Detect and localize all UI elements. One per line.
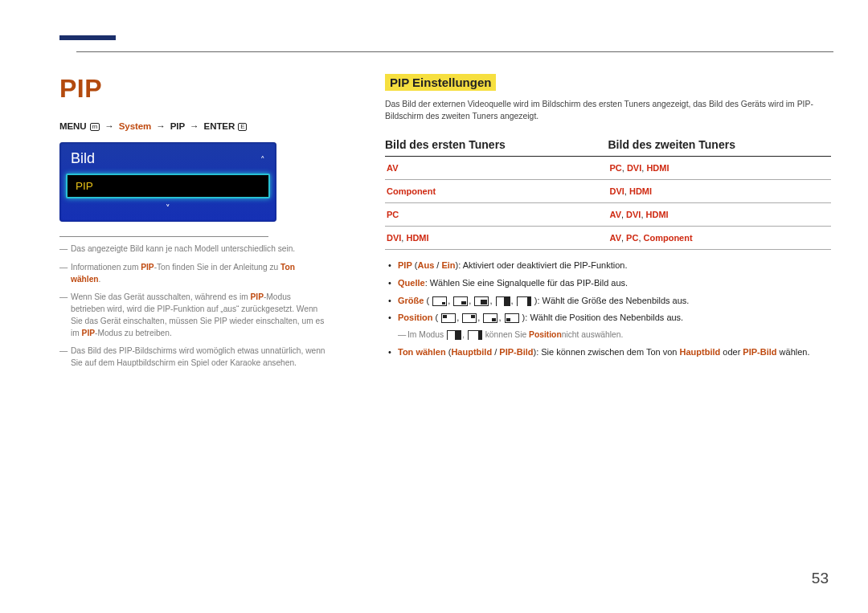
- bullet-ton: Ton wählen (Hauptbild / PIP-Bild): Sie k…: [385, 345, 831, 360]
- arrow-icon: →: [190, 121, 199, 131]
- pos-icon-br: [483, 313, 497, 323]
- table-row: PCAV, DVI, HDMI: [385, 203, 831, 227]
- menu-breadcrumb: MENU m → System → PIP → ENTER E: [59, 121, 327, 131]
- size-icon-two-third: [468, 330, 482, 340]
- bc-menu: MENU: [59, 121, 86, 131]
- divider: [59, 236, 268, 237]
- note: Das Bild des PIP-Bildschirms wird womögl…: [59, 345, 327, 370]
- table-cell: AV, PC, Component: [608, 227, 832, 249]
- arrow-icon: →: [104, 121, 113, 131]
- col-header-2: Bild des zweiten Tuners: [608, 137, 832, 156]
- enter-icon: E: [238, 123, 247, 131]
- table-header: Bild des ersten Tuners Bild des zweiten …: [385, 137, 831, 157]
- notes-list: Das angezeigte Bild kann je nach Modell …: [59, 243, 327, 370]
- table-row: AVPC, DVI, HDMI: [385, 157, 831, 180]
- bullet-groesse: Größe ( , , , , ): Wählt die Größe des N…: [385, 293, 831, 309]
- sub-note: Im Modus , können Sie Positionnicht ausw…: [385, 328, 831, 342]
- table-cell: Component: [385, 180, 608, 202]
- tv-menu-header-label: Bild: [71, 150, 95, 166]
- table-cell: DVI, HDMI: [608, 180, 832, 202]
- bc-pip: PIP: [170, 121, 185, 131]
- tv-menu-item-pip[interactable]: PIP: [66, 174, 270, 198]
- intro-text: Das Bild der externen Videoquelle wird i…: [385, 99, 831, 122]
- tv-menu-header: Bild ˄: [59, 149, 276, 174]
- table-cell: DVI, HDMI: [385, 227, 608, 249]
- chevron-down-icon: ˅: [166, 203, 170, 213]
- note: Das angezeigte Bild kann je nach Modell …: [59, 243, 327, 255]
- section-title: PIP: [59, 74, 327, 104]
- page-number: 53: [812, 570, 829, 587]
- subsection-heading: PIP Einstellungen: [385, 74, 496, 91]
- col-header-1: Bild des ersten Tuners: [385, 137, 608, 156]
- size-icon-half: [496, 296, 510, 306]
- note: Wenn Sie das Gerät ausschalten, während …: [59, 292, 327, 339]
- table-row: ComponentDVI, HDMI: [385, 180, 831, 203]
- size-icon-large: [474, 296, 489, 306]
- accent-bar: [59, 35, 116, 40]
- bullet-quelle: Quelle: Wählen Sie eine Signalquelle für…: [385, 276, 831, 291]
- pos-icon-bl: [505, 313, 519, 323]
- size-icon-two-third: [517, 296, 531, 306]
- arrow-icon: →: [156, 121, 165, 131]
- bullet-position: Position ( , , , ): Wählt die Position d…: [385, 310, 831, 325]
- note: Informationen zum PIP-Ton finden Sie in …: [59, 262, 327, 286]
- bc-system: System: [119, 121, 151, 131]
- chevron-up-icon: ˄: [260, 155, 265, 166]
- table-cell: AV: [385, 157, 608, 179]
- table-cell: PC, DVI, HDMI: [608, 157, 832, 179]
- bc-enter: ENTER: [204, 121, 235, 131]
- bullet-pip: PIP (Aus / Ein): Aktiviert oder deaktivi…: [385, 258, 831, 273]
- tv-menu-panel: Bild ˄ PIP ˅: [59, 142, 276, 222]
- tv-menu-item-label: PIP: [76, 180, 93, 192]
- size-icon-med: [453, 296, 468, 306]
- pos-icon-tl: [441, 313, 456, 323]
- size-icon-half: [447, 330, 461, 340]
- table-row: DVI, HDMIAV, PC, Component: [385, 227, 831, 250]
- table-cell: AV, DVI, HDMI: [608, 203, 832, 226]
- menu-icon: m: [90, 123, 100, 131]
- table-cell: PC: [385, 203, 608, 226]
- size-icon-small: [432, 296, 447, 306]
- pos-icon-tr: [462, 313, 477, 323]
